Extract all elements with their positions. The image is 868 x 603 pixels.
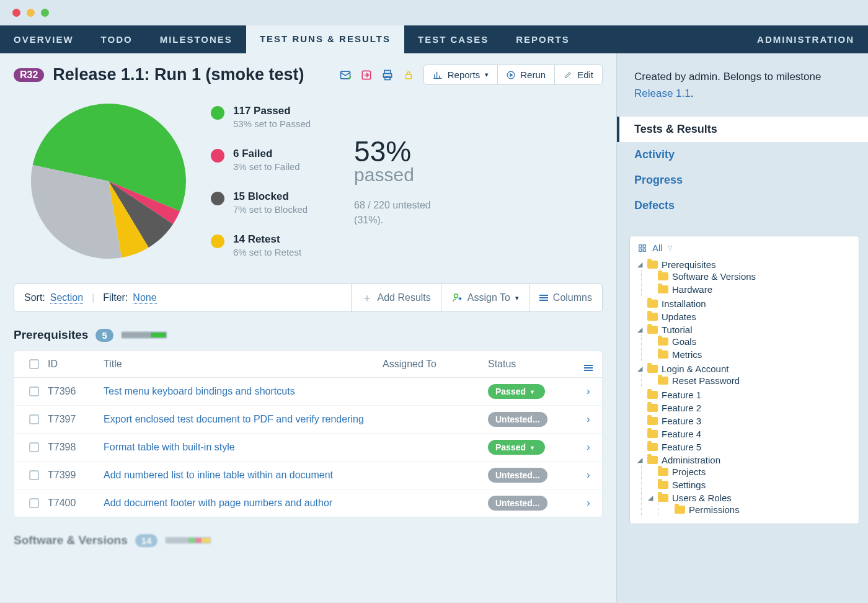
- row-expand-icon[interactable]: ›: [575, 414, 602, 425]
- side-tab[interactable]: Defects: [617, 193, 868, 218]
- tree-twist-icon[interactable]: ◢: [647, 494, 654, 502]
- nav-administration[interactable]: ADMINISTRATION: [743, 25, 868, 53]
- edit-button[interactable]: Edit: [555, 65, 603, 85]
- results-table: ID Title Assigned To Status T7396 Test m…: [14, 351, 603, 517]
- side-tab[interactable]: Activity: [617, 142, 868, 168]
- tree-label: Installation: [662, 298, 706, 309]
- tree-twist-icon[interactable]: ◢: [636, 456, 644, 464]
- columns-button[interactable]: Columns: [529, 284, 602, 311]
- folder-icon: [675, 506, 685, 514]
- tree-item[interactable]: Software & Versions: [647, 271, 859, 282]
- row-expand-icon[interactable]: ›: [575, 442, 602, 453]
- col-title: Title: [97, 359, 376, 370]
- add-results-button[interactable]: ＋ Add Results: [351, 284, 441, 311]
- select-all-checkbox[interactable]: [29, 359, 39, 369]
- summary-percent: 53%: [354, 135, 431, 168]
- row-checkbox[interactable]: [29, 442, 39, 452]
- row-id: T7399: [42, 470, 97, 481]
- nav-item[interactable]: TEST RUNS & RESULTS: [246, 25, 404, 53]
- export-icon[interactable]: [360, 69, 373, 81]
- tree-label: Tutorial: [662, 324, 692, 335]
- tree-item[interactable]: Metrics: [647, 349, 859, 360]
- row-title-link[interactable]: Test menu keyboard bindings and shortcut…: [97, 386, 376, 397]
- tree-label: Login & Account: [662, 364, 728, 374]
- tree-item[interactable]: Projects: [647, 467, 859, 477]
- nav-item[interactable]: REPORTS: [502, 25, 583, 53]
- row-checkbox[interactable]: [29, 386, 39, 396]
- tree-node: Feature 1: [630, 388, 859, 401]
- columns-icon[interactable]: [584, 365, 593, 371]
- tree-twist-icon[interactable]: ◢: [636, 326, 644, 334]
- chevron-down-icon: ▾: [531, 388, 534, 395]
- folder-icon: [647, 443, 658, 451]
- tree-item[interactable]: ◢ Users & Roles: [647, 493, 859, 503]
- tree-twist-icon[interactable]: ◢: [636, 365, 644, 373]
- tree-item[interactable]: Settings: [647, 480, 859, 490]
- tree-node: Software & Versions: [647, 270, 859, 283]
- close-window-icon[interactable]: [12, 9, 20, 17]
- side-tab[interactable]: Progress: [617, 168, 868, 193]
- row-title-link[interactable]: Export enclosed test document to PDF and…: [97, 414, 376, 425]
- row-checkbox[interactable]: [29, 414, 39, 424]
- col-status: Status: [482, 359, 575, 370]
- legend-title: 14 Retest: [233, 233, 301, 246]
- tree-all-link[interactable]: All: [652, 243, 663, 253]
- side-tab[interactable]: Tests & Results: [617, 117, 868, 142]
- status-pill[interactable]: Passed ▾: [488, 384, 545, 399]
- columns-icon: [539, 295, 548, 301]
- tree-twist-icon[interactable]: ◢: [636, 261, 644, 269]
- tree-item[interactable]: Permissions: [663, 504, 859, 515]
- status-pill[interactable]: Passed ▾: [488, 440, 545, 455]
- minimize-window-icon[interactable]: [27, 9, 35, 17]
- maximize-window-icon[interactable]: [41, 9, 49, 17]
- status-pill[interactable]: Untested...: [488, 412, 547, 427]
- status-pill[interactable]: Untested...: [488, 468, 547, 483]
- folder-icon: [658, 351, 668, 359]
- nav-item[interactable]: OVERVIEW: [0, 25, 87, 53]
- filter-value[interactable]: None: [133, 292, 156, 304]
- row-expand-icon[interactable]: ›: [575, 470, 602, 481]
- table-row: T7396 Test menu keyboard bindings and sh…: [14, 378, 602, 406]
- folder-icon: [647, 326, 658, 334]
- row-title-link[interactable]: Add document footer with page numbers an…: [97, 498, 376, 509]
- row-checkbox[interactable]: [29, 498, 39, 508]
- row-checkbox[interactable]: [29, 470, 39, 480]
- status-pill[interactable]: Untested...: [488, 496, 547, 511]
- filter-label: Filter:: [103, 292, 128, 303]
- print-icon[interactable]: [381, 69, 394, 81]
- nav-item[interactable]: MILESTONES: [146, 25, 246, 53]
- tree-node: Feature 2: [630, 401, 859, 414]
- nav-item[interactable]: TEST CASES: [404, 25, 502, 53]
- row-expand-icon[interactable]: ›: [575, 498, 602, 509]
- subscribe-icon[interactable]: [339, 69, 352, 81]
- tree-item[interactable]: Feature 3: [630, 416, 859, 426]
- lock-icon[interactable]: [402, 69, 415, 81]
- row-expand-icon[interactable]: ›: [575, 386, 602, 397]
- reports-button[interactable]: Reports ▾: [423, 65, 498, 85]
- tree-item[interactable]: Feature 5: [630, 442, 859, 452]
- assign-to-button[interactable]: Assign To ▾: [441, 284, 529, 311]
- legend-sub: 53% set to Passed: [233, 118, 311, 129]
- tree-item[interactable]: Goals: [647, 336, 859, 347]
- nav-item[interactable]: TODO: [87, 25, 146, 53]
- tree-item[interactable]: ◢ Prerequisites: [630, 259, 859, 270]
- row-title-link[interactable]: Add numbered list to inline table within…: [97, 470, 376, 481]
- milestone-link[interactable]: Release 1.1: [634, 87, 691, 99]
- tree-label: Prerequisites: [662, 259, 716, 270]
- tree-item[interactable]: Updates: [630, 311, 859, 322]
- tree-item[interactable]: Feature 4: [630, 429, 859, 439]
- tree-item[interactable]: Feature 1: [630, 390, 859, 400]
- row-title-link[interactable]: Format table with built-in style: [97, 442, 376, 453]
- rerun-button[interactable]: Rerun: [498, 65, 555, 85]
- tree-item[interactable]: Hardware: [647, 284, 859, 295]
- top-nav: OVERVIEWTODOMILESTONESTEST RUNS & RESULT…: [0, 25, 868, 53]
- sort-value[interactable]: Section: [50, 292, 83, 304]
- assign-to-label: Assign To: [467, 292, 510, 303]
- legend-item: 117 Passed 53% set to Passed: [211, 105, 311, 129]
- tree-item[interactable]: ◢ Tutorial: [630, 324, 859, 335]
- tree-item[interactable]: Reset Password: [647, 375, 859, 386]
- tree-item[interactable]: Feature 2: [630, 403, 859, 413]
- tree-item[interactable]: ◢ Login & Account: [630, 364, 859, 374]
- tree-item[interactable]: ◢ Administration: [630, 455, 859, 465]
- tree-item[interactable]: Installation: [630, 298, 859, 309]
